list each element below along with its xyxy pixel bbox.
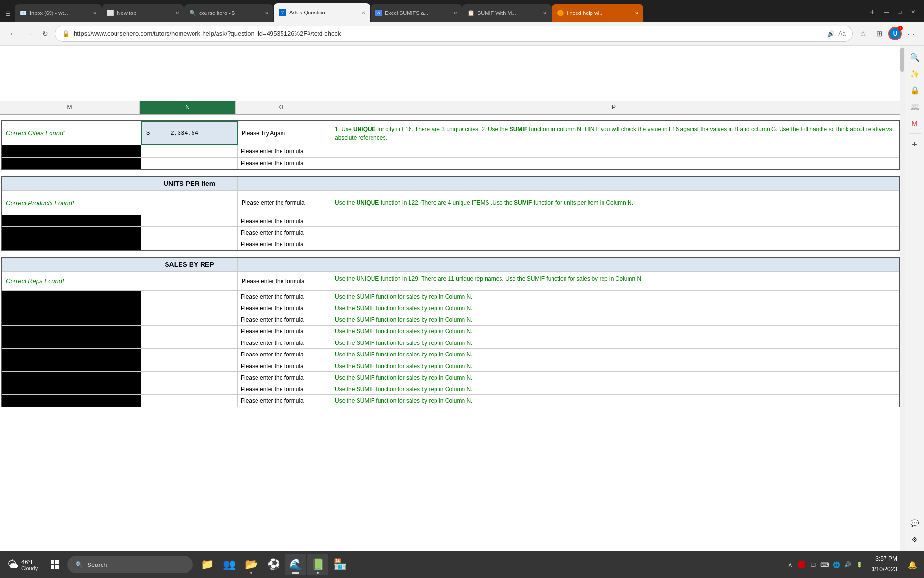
sr-r8-p: Use the SUMIF function for sales by rep … [329, 360, 899, 371]
app-active-dot-explorer [250, 572, 252, 574]
taskbar-app-teams[interactable]: 👥 [218, 554, 240, 575]
sr-r8-enter: Please enter the formula [241, 363, 304, 369]
taskbar-search[interactable]: 🔍 Search [67, 556, 192, 573]
read-aloud-icon: 🔊 [827, 30, 834, 37]
sidebar-read-icon[interactable]: 📖 [907, 99, 923, 114]
sr-r11-n [141, 395, 238, 407]
tab-sumifwith[interactable]: 📋 SUMIF With M... ✕ [462, 4, 552, 22]
sr-r9-m [2, 372, 141, 383]
tab-newtab[interactable]: ⬜ New tab ✕ [102, 4, 184, 22]
sidebar-gmail-icon[interactable]: M [907, 115, 923, 131]
col-header-p: P [327, 101, 900, 114]
tab-inbox[interactable]: 📧 Inbox (69) - wt... ✕ [15, 4, 102, 22]
files-icon: 📁 [201, 558, 214, 571]
units-row1-enter: Please enter the formula [242, 199, 305, 206]
tab-ineedhelp[interactable]: 🟠 i need help wi... ✕ [552, 4, 643, 22]
tray-icon-1[interactable] [796, 559, 807, 570]
tray-network-icon[interactable]: 🌐 [831, 559, 842, 570]
tab-newtab-close[interactable]: ✕ [175, 11, 179, 16]
sr-r6-p: Use the SUMIF function for sales by rep … [329, 337, 899, 348]
cities-correct-label: Correct Cities Found! [6, 130, 65, 137]
scrollbar-track[interactable] [900, 46, 905, 551]
close-button[interactable]: ✕ [908, 6, 919, 18]
sr-r4-m [2, 314, 141, 325]
sr-r5-hint: Use the SUMIF function for sales by rep … [335, 328, 472, 335]
tray-icon-1-shape [798, 561, 805, 568]
start-button[interactable] [44, 554, 65, 575]
cities-try-again: Please Try Again [242, 130, 285, 137]
excel-icon: 📗 [311, 558, 324, 571]
win-sq-4 [55, 565, 59, 569]
sr-r4-enter: Please enter the formula [241, 316, 304, 323]
sr-r9-o: Please enter the formula [238, 372, 329, 383]
settings-dots-button[interactable]: ⋯ [904, 26, 918, 41]
sidebar-feedback-icon[interactable]: 💬 [907, 515, 923, 531]
tray-volume-icon[interactable]: 🔊 [843, 559, 853, 570]
taskbar-app-files[interactable]: 📁 [196, 554, 218, 575]
cities-row1-n[interactable]: $ 2,334.54 [141, 121, 238, 145]
maximize-button[interactable]: □ [894, 6, 906, 18]
back-button[interactable]: ← [6, 27, 19, 40]
tab-askquestion[interactable]: 🛡 Ask a Question ✕ [274, 3, 370, 22]
sr-r3-hint: Use the SUMIF function for sales by rep … [335, 305, 472, 312]
salesrep-row-7: Please enter the formula Use the SUMIF f… [2, 349, 899, 360]
taskbar-app-edge[interactable]: 🌊 [285, 554, 306, 575]
page-content: M N O P Correct Cities Found! $ 2,334.54 [0, 46, 924, 551]
taskbar-app-store[interactable]: 🏪 [329, 554, 350, 575]
sr-r10-p: Use the SUMIF function for sales by rep … [329, 383, 899, 394]
minimize-button[interactable]: — [881, 6, 892, 18]
sr-r10-o: Please enter the formula [238, 383, 329, 394]
collections-icon[interactable]: ☆ [856, 26, 870, 41]
sidebar-settings-icon[interactable]: ⚙ [907, 532, 923, 547]
new-tab-button[interactable]: + [865, 5, 879, 19]
store-icon: 🏪 [334, 558, 346, 571]
reader-mode-icon: Aa [838, 30, 846, 37]
scrollbar-thumb[interactable] [900, 48, 904, 72]
sr-r4-hint: Use the SUMIF function for sales by rep … [335, 316, 472, 323]
tab-askquestion-close[interactable]: ✕ [361, 10, 365, 15]
taskbar-clock[interactable]: 3:57 PM 3/10/2023 [867, 554, 902, 575]
tray-up-arrow[interactable]: ∧ [785, 559, 796, 570]
profile-area: U 1 [888, 27, 902, 40]
salesrep-row-5: Please enter the formula Use the SUMIF f… [2, 326, 899, 337]
weather-condition: Cloudy [21, 565, 38, 571]
notifications-button[interactable]: 🔔 [904, 556, 921, 573]
tab-coursehero[interactable]: 🔍 course hero - $ ✕ [184, 4, 273, 22]
sidebar-shield-icon[interactable]: 🔒 [907, 82, 923, 98]
tab-excelsumifs-close[interactable]: ✕ [453, 11, 457, 16]
sidebar-add-icon[interactable]: + [907, 137, 923, 152]
sr-r3-o: Please enter the formula [238, 302, 329, 314]
tray-icon-2[interactable]: ⊡ [808, 559, 819, 570]
cities-row2-n [141, 145, 238, 157]
tab-coursehero-close[interactable]: ✕ [265, 11, 269, 16]
tab-excelsumifs[interactable]: A Excel SUMIFS a... ✕ [371, 4, 462, 22]
tab-inbox-close[interactable]: ✕ [93, 11, 97, 16]
tab-sumifwith-close[interactable]: ✕ [543, 11, 547, 16]
sidebar-search-icon[interactable]: 🔍 [907, 50, 923, 65]
forward-button[interactable]: → [22, 27, 36, 40]
sidebar-toggle[interactable]: ☰ [4, 10, 12, 18]
taskbar-app-chrome[interactable]: ⚽ [263, 554, 284, 575]
tab-ineedhelp-close[interactable]: ✕ [635, 11, 639, 16]
sr-r7-o: Please enter the formula [238, 349, 329, 360]
url-bar[interactable]: 🔒 https://www.coursehero.com/tutors/home… [55, 26, 853, 42]
cities-row-1: Correct Cities Found! $ 2,334.54 Please … [2, 121, 899, 145]
taskbar-app-explorer[interactable]: 📂 [241, 554, 262, 575]
sr-r2-o: Please enter the formula [238, 291, 329, 302]
salesrep-section-title: SALES BY REP [165, 261, 214, 268]
refresh-button[interactable]: ↻ [38, 27, 52, 40]
tray-battery-icon[interactable]: 🔋 [854, 559, 865, 570]
weather-widget[interactable]: 🌥 46°F Cloudy [3, 558, 42, 571]
salesrep-row-8: Please enter the formula Use the SUMIF f… [2, 360, 899, 372]
sidebar-sparkle-icon[interactable]: ✨ [907, 66, 923, 81]
collections-button[interactable]: ⊞ [872, 26, 886, 41]
tab-askquestion-favicon: 🛡 [279, 9, 286, 16]
tray-icon-3[interactable]: ⌨ [820, 559, 830, 570]
cities-hint-text: 1. Use UNIQUE for city in L16. There are… [335, 125, 893, 142]
taskbar-app-excel[interactable]: 📗 [307, 554, 328, 575]
tab-excelsumifs-label: Excel SUMIFS a... [385, 10, 450, 16]
units-hint-text: Use the UNIQUE function in L22. There ar… [335, 198, 633, 207]
sr-r5-m [2, 326, 141, 337]
sr-r8-o: Please enter the formula [238, 360, 329, 371]
chrome-icon: ⚽ [267, 558, 280, 571]
